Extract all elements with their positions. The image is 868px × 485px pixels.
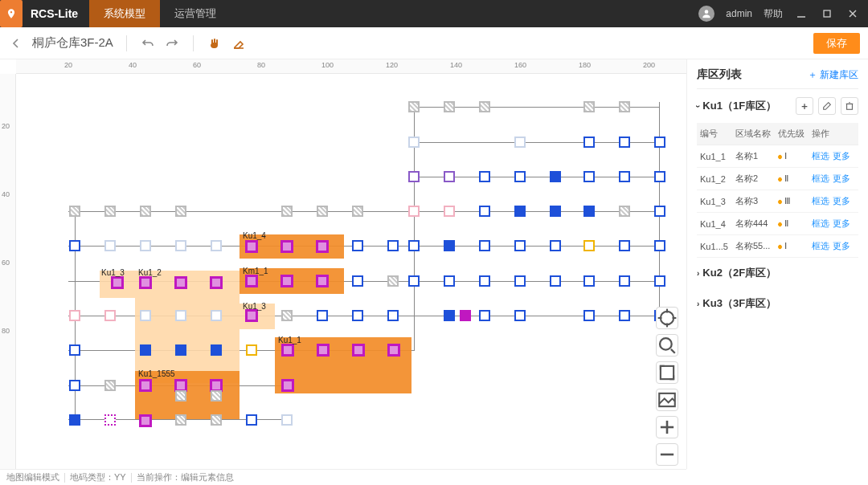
help-link[interactable]: 帮助 bbox=[764, 7, 783, 21]
eraser-icon[interactable] bbox=[231, 35, 247, 51]
app-header: RCS-Lite 系统模型 运营管理 admin 帮助 bbox=[0, 0, 868, 27]
table-row[interactable]: Ku1...5名称55...Ⅰ框选更多 bbox=[697, 235, 858, 258]
accordion-ku2[interactable]: › Ku2（2F库区） bbox=[697, 258, 858, 288]
table-row[interactable]: Ku1_2名称2Ⅱ框选更多 bbox=[697, 168, 858, 190]
chevron-right-icon: › bbox=[697, 300, 699, 308]
save-button[interactable]: 保存 bbox=[813, 33, 860, 54]
ruler-vertical: 20406080 bbox=[0, 74, 16, 469]
undo-icon[interactable] bbox=[140, 35, 156, 51]
image-tool-icon[interactable] bbox=[656, 389, 678, 411]
map-canvas[interactable]: /* decorative */ Ku1_3 Ku1_2 Ku1_4 bbox=[16, 74, 686, 469]
svg-point-11 bbox=[660, 338, 672, 350]
tab-system-model[interactable]: 系统模型 bbox=[89, 0, 160, 27]
canvas-tool-panel bbox=[656, 307, 678, 466]
svg-rect-18 bbox=[847, 104, 853, 109]
back-icon[interactable] bbox=[8, 35, 24, 51]
zoom-out-icon[interactable] bbox=[656, 443, 678, 466]
edit-zone-button[interactable] bbox=[818, 97, 836, 115]
delete-zone-button[interactable] bbox=[841, 97, 858, 115]
svg-line-12 bbox=[671, 349, 675, 353]
table-row[interactable]: Ku1_3名称3Ⅲ框选更多 bbox=[697, 190, 858, 213]
hand-tool-icon[interactable] bbox=[207, 35, 223, 51]
select-link[interactable]: 框选 bbox=[812, 173, 829, 183]
search-tool-icon[interactable] bbox=[656, 334, 678, 357]
svg-point-0 bbox=[705, 10, 709, 14]
avatar-icon[interactable] bbox=[698, 6, 714, 22]
select-link[interactable]: 框选 bbox=[812, 196, 829, 206]
zone-label: Ku1_2 bbox=[138, 268, 162, 277]
tab-ops-management[interactable]: 运营管理 bbox=[160, 0, 231, 27]
more-link[interactable]: 更多 bbox=[833, 151, 850, 161]
chevron-down-icon: › bbox=[694, 104, 702, 107]
ruler-horizontal: 20406080100120140160180200 bbox=[16, 59, 686, 74]
zone-label: Ku1_3 bbox=[101, 268, 125, 277]
toolbar: 桐庐仓库3F-2A 保存 bbox=[0, 27, 868, 59]
side-title: 库区列表 bbox=[697, 67, 742, 82]
minimize-button[interactable] bbox=[794, 6, 809, 21]
logo-icon bbox=[0, 0, 23, 27]
zone-label: Ku1_1555 bbox=[138, 369, 175, 378]
accordion-ku3[interactable]: › Ku3（3F库区） bbox=[697, 288, 858, 319]
fit-tool-icon[interactable] bbox=[656, 361, 678, 384]
new-zone-button[interactable]: ＋ 新建库区 bbox=[808, 68, 858, 82]
svg-point-6 bbox=[661, 312, 674, 324]
maximize-button[interactable] bbox=[820, 6, 834, 21]
zone-table: 编号 区域名称 优先级 操作 Ku1_1名称1Ⅰ框选更多Ku1_2名称2Ⅱ框选更… bbox=[697, 123, 858, 258]
brand-name: RCS-Lite bbox=[26, 7, 89, 20]
zone-label: Ku1_4 bbox=[243, 231, 266, 240]
status-bar: 地图编辑模式 地码类型：YY 当前操作：编辑元素信息 bbox=[0, 469, 686, 485]
zoom-in-icon[interactable] bbox=[656, 416, 678, 438]
zone-label: Ku1_1 bbox=[278, 336, 301, 344]
chevron-right-icon: › bbox=[697, 269, 699, 278]
redo-icon[interactable] bbox=[164, 35, 180, 51]
more-link[interactable]: 更多 bbox=[833, 196, 850, 206]
zone-label: Ku1_3 bbox=[243, 302, 266, 311]
table-row[interactable]: Ku1_1名称1Ⅰ框选更多 bbox=[697, 145, 858, 168]
select-link[interactable]: 框选 bbox=[812, 151, 829, 161]
target-tool-icon[interactable] bbox=[656, 307, 678, 329]
status-mode: 地图编辑模式 bbox=[6, 471, 59, 483]
add-zone-button[interactable]: ＋ bbox=[796, 97, 813, 115]
zone-label: Km1_1 bbox=[243, 267, 268, 275]
document-name: 桐庐仓库3F-2A bbox=[32, 35, 113, 51]
username-label: admin bbox=[726, 8, 752, 19]
status-current-op: 当前操作：编辑元素信息 bbox=[137, 471, 234, 483]
canvas-area[interactable]: 20406080100120140160180200 20406080 /* d… bbox=[0, 59, 686, 469]
side-panel: 库区列表 ＋ 新建库区 › Ku1（1F库区） ＋ 编号 区域名称 优先级 操作 bbox=[686, 59, 868, 469]
zone-ku1-1555[interactable] bbox=[135, 371, 240, 419]
more-link[interactable]: 更多 bbox=[833, 241, 850, 251]
more-link[interactable]: 更多 bbox=[833, 218, 850, 228]
accordion-ku1[interactable]: › Ku1（1F库区） ＋ bbox=[697, 89, 858, 123]
table-row[interactable]: Ku1_4名称444Ⅱ框选更多 bbox=[697, 213, 858, 235]
svg-rect-2 bbox=[824, 10, 830, 17]
select-link[interactable]: 框选 bbox=[812, 218, 829, 228]
status-map-type: 地码类型：YY bbox=[70, 471, 126, 483]
close-button[interactable] bbox=[845, 6, 860, 21]
select-link[interactable]: 框选 bbox=[812, 241, 829, 251]
svg-rect-13 bbox=[661, 366, 674, 379]
more-link[interactable]: 更多 bbox=[833, 173, 850, 183]
